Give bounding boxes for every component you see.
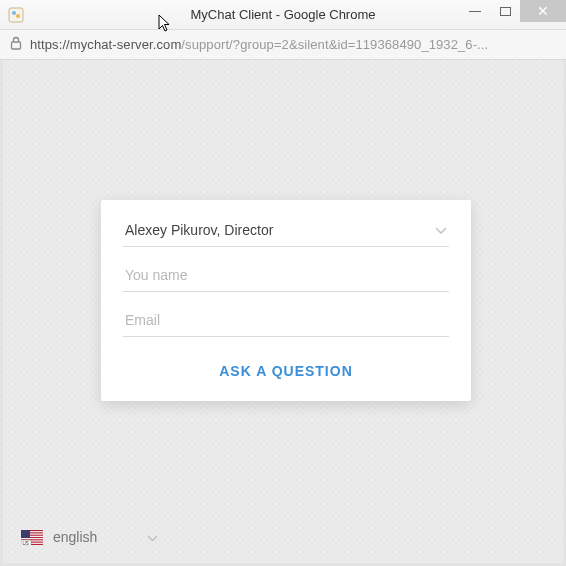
minimize-button[interactable]: — [460,0,490,22]
address-bar[interactable]: https://mychat-server.com/support/?group… [0,30,566,60]
url-path: /support/?group=2&silent&id=119368490_19… [181,37,488,52]
email-placeholder: Email [125,312,160,328]
url-host: https://mychat-server.com [30,37,181,52]
chevron-down-icon [147,529,158,545]
svg-point-1 [12,11,16,15]
email-input[interactable]: Email [123,304,449,337]
svg-rect-12 [21,530,30,538]
flag-us-icon: US [21,530,43,545]
support-form-card: Alexey Pikurov, Director You name Email … [101,200,471,401]
page-content: Alexey Pikurov, Director You name Email … [0,60,566,566]
language-label: english [53,529,97,545]
svg-rect-9 [21,538,43,539]
chevron-down-icon [435,222,447,238]
name-placeholder: You name [125,267,188,283]
name-input[interactable]: You name [123,259,449,292]
app-icon [8,7,24,23]
svg-point-2 [16,14,20,18]
contact-select[interactable]: Alexey Pikurov, Director [123,218,449,247]
svg-rect-4 [12,42,21,49]
window-controls: — ✕ [460,0,566,29]
close-button[interactable]: ✕ [520,0,566,22]
svg-text:US: US [23,540,29,545]
window-title: MyChat Client - Google Chrome [191,7,376,22]
lock-icon [10,36,22,53]
svg-rect-3 [500,7,510,15]
ask-question-button[interactable]: ASK A QUESTION [123,345,449,385]
url-text: https://mychat-server.com/support/?group… [30,37,556,52]
language-picker[interactable]: US english [21,529,158,545]
svg-rect-0 [9,8,23,22]
window-titlebar: MyChat Client - Google Chrome — ✕ [0,0,566,30]
maximize-button[interactable] [490,0,520,22]
contact-select-value: Alexey Pikurov, Director [125,222,273,238]
